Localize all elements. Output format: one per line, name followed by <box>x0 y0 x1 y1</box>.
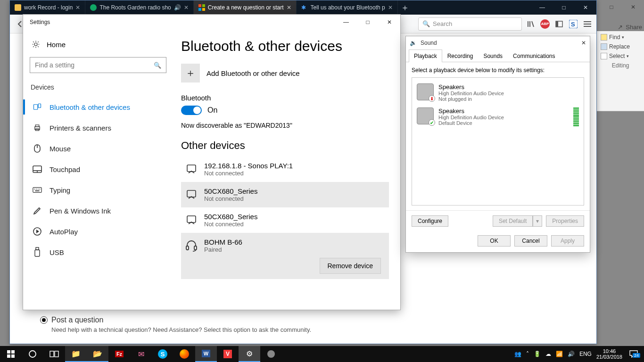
nav-printers[interactable]: Printers & scanners <box>30 117 169 138</box>
taskbar-app[interactable] <box>260 346 282 362</box>
tray-onedrive-icon[interactable]: ☁ <box>545 351 551 357</box>
nav-autoplay[interactable]: AutoPlay <box>30 221 169 242</box>
taskbar-explorer2[interactable]: 📂 <box>87 346 108 362</box>
tab-recording[interactable]: Recording <box>442 49 479 62</box>
settings-sidebar: Home Find a setting 🔍 Devices Bluetooth … <box>23 30 169 310</box>
tray-battery-icon[interactable]: 🔋 <box>534 351 541 357</box>
editing-group-label: Editing <box>601 62 640 69</box>
playback-device-default[interactable]: ✔ Speakers High Definition Audio Device … <box>415 105 581 129</box>
home-button[interactable]: Home <box>30 36 169 57</box>
taskbar-settings[interactable]: ⚙ <box>239 346 260 362</box>
taskbar-skype[interactable]: S <box>152 346 173 362</box>
tab-work-record[interactable]: work Record - login ✕ <box>10 0 85 15</box>
start-button[interactable] <box>0 346 22 362</box>
device-status: Not connected <box>204 195 257 202</box>
svg-rect-34 <box>7 354 10 358</box>
device-name: BOHM B-66 <box>204 238 242 246</box>
tray-clock[interactable]: 10:46 21/03/2018 <box>596 348 622 360</box>
cortana-button[interactable] <box>22 346 43 362</box>
close-button[interactable]: ✕ <box>379 15 400 30</box>
device-bohm[interactable]: BOHM B-66 Paired Remove device <box>181 233 389 279</box>
maximize-button[interactable]: □ <box>357 15 379 30</box>
tab-label: work Record - login <box>24 4 73 11</box>
select-button[interactable]: Select▾ <box>601 53 640 59</box>
close-button[interactable]: ✕ <box>581 40 586 46</box>
section-devices-label: Devices <box>31 83 169 91</box>
bg-close-icon[interactable]: ✕ <box>622 0 644 14</box>
headset-icon <box>185 239 198 252</box>
find-button[interactable]: Find▾ <box>601 34 640 41</box>
sogou-icon[interactable]: S <box>568 19 578 29</box>
close-icon[interactable]: ✕ <box>75 4 80 11</box>
tray-language[interactable]: ENG <box>579 351 592 357</box>
remove-device-button[interactable]: Remove device <box>320 258 381 274</box>
library-icon[interactable] <box>526 19 536 29</box>
find-setting-input[interactable]: Find a setting 🔍 <box>30 57 166 73</box>
bluetooth-toggle[interactable] <box>181 106 202 115</box>
playback-device-list: ⬇ Speakers High Definition Audio Device … <box>412 77 584 206</box>
configure-button[interactable]: Configure <box>412 215 448 227</box>
add-device-button[interactable]: ＋ Add Bluetooth or other device <box>181 64 389 82</box>
bg-maximize-icon[interactable]: □ <box>601 0 622 14</box>
device-name: 192.168.1.8 - Sonos PLAY:1 <box>204 162 293 170</box>
apply-button[interactable]: Apply <box>551 235 584 247</box>
nav-bluetooth[interactable]: Bluetooth & other devices <box>30 97 169 117</box>
ok-button[interactable]: OK <box>478 235 511 247</box>
taskbar-mail[interactable]: ✉ <box>130 346 152 362</box>
tray-chevron-up-icon[interactable]: ˄ <box>526 351 529 357</box>
replace-button[interactable]: Replace <box>601 43 640 50</box>
svg-rect-27 <box>187 165 196 172</box>
tray-volume-icon[interactable]: 🔊 <box>568 351 575 357</box>
set-default-button[interactable]: Set Default <box>493 215 533 227</box>
minimize-button[interactable]: ― <box>531 0 553 15</box>
tab-create-question[interactable]: Create a new question or start ✕ <box>194 0 297 15</box>
cast-icon <box>185 163 198 175</box>
properties-button[interactable]: Properties <box>546 215 584 227</box>
cancel-button[interactable]: Cancel <box>514 235 547 247</box>
nav-typing[interactable]: Typing <box>30 180 169 200</box>
post-question-option[interactable]: Post a question Need help with a technic… <box>40 316 311 333</box>
device-50cx680-1[interactable]: 50CX680_Series Not connected <box>181 182 389 207</box>
new-tab-button[interactable]: ＋ <box>398 0 412 15</box>
tab-playback[interactable]: Playback <box>409 49 442 62</box>
tab-label: Tell us about your Bluetooth p <box>311 4 385 11</box>
nav-mouse[interactable]: Mouse <box>30 138 169 159</box>
search-input[interactable]: 🔍 Search <box>418 17 522 31</box>
sidebar-icon[interactable] <box>554 19 564 29</box>
adblock-icon[interactable]: ABP <box>540 19 550 29</box>
tray-wifi-icon[interactable]: 📶 <box>556 351 563 357</box>
svg-point-20 <box>36 189 37 189</box>
device-sonos[interactable]: 192.168.1.8 - Sonos PLAY:1 Not connected <box>181 156 389 182</box>
close-icon[interactable]: ✕ <box>184 4 189 11</box>
menu-button[interactable] <box>582 19 593 29</box>
tab-roots-garden[interactable]: The Roots Garden radio sho 🔊 ✕ <box>85 0 193 15</box>
playback-device-unplugged[interactable]: ⬇ Speakers High Definition Audio Device … <box>415 81 581 105</box>
taskbar-word[interactable]: W <box>195 346 217 362</box>
plus-icon: ＋ <box>181 64 200 82</box>
tab-bluetooth-tellus[interactable]: ✱ Tell us about your Bluetooth p ✕ <box>297 0 398 15</box>
action-center-button[interactable]: 24 <box>627 350 640 358</box>
maximize-button[interactable]: □ <box>553 0 575 15</box>
taskbar-firefox[interactable] <box>173 346 195 362</box>
taskbar-filezilla[interactable]: Fz <box>108 346 130 362</box>
tab-communications[interactable]: Communications <box>508 49 560 62</box>
tray-people-icon[interactable]: 👥 <box>514 351 521 357</box>
set-default-dropdown[interactable]: ▾ <box>533 215 542 227</box>
close-button[interactable]: ✕ <box>575 0 596 15</box>
autoplay-icon <box>33 227 42 236</box>
close-icon[interactable]: ✕ <box>388 4 393 11</box>
tab-sounds[interactable]: Sounds <box>478 49 508 62</box>
minimize-button[interactable]: ― <box>335 15 357 30</box>
device-50cx680-2[interactable]: 50CX680_Series Not connected <box>181 207 389 233</box>
taskbar-explorer1[interactable]: 📁 <box>65 346 87 362</box>
taskbar-vivaldi[interactable]: V <box>217 346 239 362</box>
pb-device-name: Speakers <box>438 107 504 115</box>
nav-usb[interactable]: USB <box>30 242 169 263</box>
pb-device-status: Not plugged in <box>438 96 504 102</box>
task-view-button[interactable] <box>43 346 65 362</box>
settings-main: Bluetooth & other devices ＋ Add Bluetoot… <box>169 30 400 310</box>
radio-selected-icon[interactable] <box>40 316 48 324</box>
nav-touchpad[interactable]: Touchpad <box>30 159 169 180</box>
close-icon[interactable]: ✕ <box>287 4 291 11</box>
nav-pen[interactable]: Pen & Windows Ink <box>30 200 169 221</box>
